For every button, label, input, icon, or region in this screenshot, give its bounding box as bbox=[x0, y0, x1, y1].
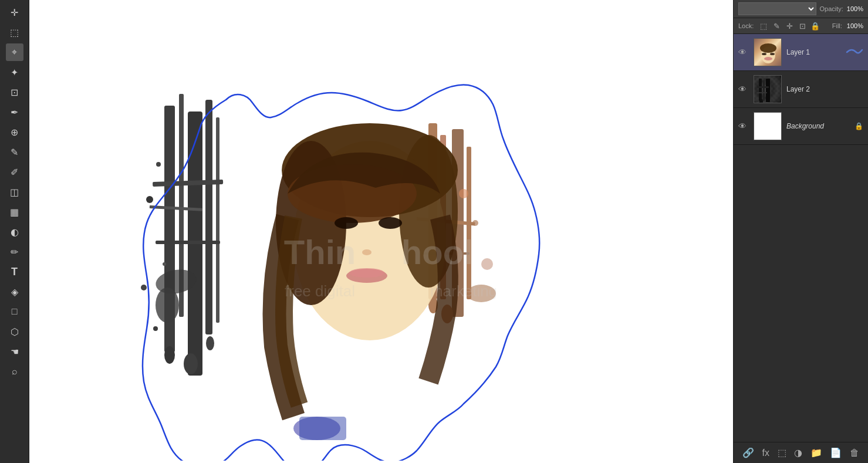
svg-point-16 bbox=[153, 326, 158, 331]
background-lock-icon: 🔒 bbox=[855, 122, 863, 130]
svg-point-27 bbox=[459, 189, 468, 198]
layer1-check-icon bbox=[846, 46, 863, 58]
layer1-name: Layer 1 bbox=[786, 48, 846, 56]
lock-transparent-icon[interactable]: ⬚ bbox=[758, 21, 769, 31]
artwork-svg: Thin hool free digital marketing bbox=[65, 18, 575, 461]
add-mask-icon[interactable]: ⬚ bbox=[778, 447, 786, 458]
svg-point-18 bbox=[156, 288, 179, 323]
new-fill-icon[interactable]: ◑ bbox=[794, 447, 802, 458]
layer2-thumbnail bbox=[754, 75, 782, 103]
gradient-tool[interactable]: ▦ bbox=[6, 203, 23, 221]
select-tool[interactable]: ⬚ bbox=[6, 23, 23, 41]
blend-mode-bar: Normal Opacity: 100% bbox=[734, 0, 868, 18]
eraser-tool[interactable]: ◫ bbox=[6, 183, 23, 201]
layer1-visibility-icon[interactable]: 👁 bbox=[738, 48, 750, 57]
type-tool[interactable]: T bbox=[6, 263, 23, 280]
background-visibility-icon[interactable]: 👁 bbox=[738, 121, 750, 131]
svg-point-7 bbox=[184, 353, 198, 374]
hand-tool[interactable]: ☚ bbox=[6, 343, 23, 360]
heal-tool[interactable]: ⊕ bbox=[6, 123, 23, 141]
background-name: Background bbox=[786, 122, 855, 130]
svg-point-29 bbox=[481, 258, 493, 270]
svg-rect-4 bbox=[205, 100, 212, 334]
shape-tool[interactable]: □ bbox=[6, 303, 23, 320]
layer2-visibility-icon[interactable]: 👁 bbox=[738, 85, 750, 94]
svg-text:free digital: free digital bbox=[285, 282, 355, 300]
background-thumb-preview bbox=[754, 113, 781, 140]
svg-rect-5 bbox=[216, 117, 219, 323]
svg-text:hool: hool bbox=[401, 233, 473, 271]
lock-image-icon[interactable]: ✎ bbox=[771, 21, 782, 31]
lock-artboard-icon[interactable]: ⊡ bbox=[797, 21, 808, 31]
svg-rect-65 bbox=[757, 86, 769, 88]
crop-tool[interactable]: ⊡ bbox=[6, 83, 23, 101]
lock-icons-group: ⬚ ✎ ✛ ⊡ 🔒 bbox=[758, 21, 820, 31]
path-tool[interactable]: ◈ bbox=[6, 283, 23, 300]
svg-point-46 bbox=[362, 249, 371, 255]
add-style-icon[interactable]: fx bbox=[762, 448, 769, 458]
3d-tool[interactable]: ⬡ bbox=[6, 323, 23, 340]
svg-point-15 bbox=[141, 285, 147, 290]
magic-wand-tool[interactable]: ✦ bbox=[6, 63, 23, 81]
right-panel: Normal Opacity: 100% Lock: ⬚ ✎ ✛ ⊡ 🔒 Fil… bbox=[733, 0, 868, 463]
new-group-icon[interactable]: 📁 bbox=[810, 447, 822, 458]
blend-mode-select[interactable]: Normal bbox=[738, 2, 816, 15]
move-tool[interactable]: ✛ bbox=[6, 4, 23, 21]
opacity-label: Opacity: bbox=[820, 5, 843, 12]
lock-bar: Lock: ⬚ ✎ ✛ ⊡ 🔒 Fill: 100% bbox=[734, 18, 868, 34]
layer-item-layer2[interactable]: 👁 Layer 2 bbox=[734, 71, 868, 108]
lasso-tool[interactable]: ⌖ bbox=[6, 43, 23, 61]
lock-label: Lock: bbox=[738, 22, 754, 29]
zoom-tool[interactable]: ⌕ bbox=[6, 363, 23, 380]
layer-item-layer1[interactable]: 👁 Layer 1 bbox=[734, 34, 868, 71]
svg-rect-66 bbox=[756, 92, 767, 93]
svg-point-14 bbox=[163, 262, 166, 266]
svg-point-44 bbox=[335, 217, 358, 229]
layer2-name: Layer 2 bbox=[786, 85, 863, 93]
clone-tool[interactable]: ✐ bbox=[6, 163, 23, 181]
canvas-area: Thin hool free digital marketing bbox=[29, 0, 733, 463]
canvas-content: Thin hool free digital marketing bbox=[29, 0, 733, 463]
new-layer-icon[interactable]: 📄 bbox=[830, 447, 842, 458]
svg-point-59 bbox=[770, 53, 775, 55]
svg-rect-63 bbox=[766, 79, 770, 102]
fill-value: 100% bbox=[847, 22, 863, 29]
layers-panel: 👁 Layer 1 👁 bbox=[734, 34, 868, 442]
svg-rect-11 bbox=[156, 241, 220, 244]
svg-point-6 bbox=[164, 346, 175, 364]
layer1-thumbnail bbox=[754, 38, 782, 66]
svg-point-8 bbox=[206, 336, 214, 350]
opacity-value: 100% bbox=[847, 5, 863, 12]
fill-label: Fill: bbox=[832, 22, 842, 29]
svg-rect-50 bbox=[299, 417, 346, 440]
svg-rect-61 bbox=[759, 79, 762, 101]
background-thumbnail bbox=[754, 112, 782, 140]
left-toolbar: ✛ ⬚ ⌖ ✦ ⊡ ✒ ⊕ ✎ ✐ ◫ ▦ ◐ ✏ T ◈ □ ⬡ ☚ ⌕ bbox=[0, 0, 29, 463]
svg-point-58 bbox=[762, 53, 766, 55]
dodge-tool[interactable]: ◐ bbox=[6, 223, 23, 241]
svg-text:marketing: marketing bbox=[430, 282, 497, 300]
svg-text:Thin: Thin bbox=[284, 233, 356, 271]
eyedropper-tool[interactable]: ✒ bbox=[6, 103, 23, 121]
delete-layer-icon[interactable]: 🗑 bbox=[850, 448, 859, 458]
svg-point-57 bbox=[760, 43, 776, 53]
pen-tool[interactable]: ✏ bbox=[6, 243, 23, 261]
svg-rect-62 bbox=[763, 80, 765, 101]
brush-tool[interactable]: ✎ bbox=[6, 143, 23, 161]
svg-point-45 bbox=[379, 217, 402, 229]
link-layers-icon[interactable]: 🔗 bbox=[742, 447, 754, 458]
lock-position-icon[interactable]: ✛ bbox=[784, 21, 795, 31]
layer-item-background[interactable]: 👁 Background 🔒 bbox=[734, 108, 868, 145]
svg-point-12 bbox=[156, 162, 161, 167]
layers-bottom-bar: 🔗 fx ⬚ ◑ 📁 📄 🗑 bbox=[734, 442, 868, 463]
svg-point-28 bbox=[472, 220, 478, 226]
svg-point-60 bbox=[764, 57, 772, 60]
lock-all-icon[interactable]: 🔒 bbox=[810, 21, 820, 31]
svg-point-13 bbox=[146, 196, 153, 203]
